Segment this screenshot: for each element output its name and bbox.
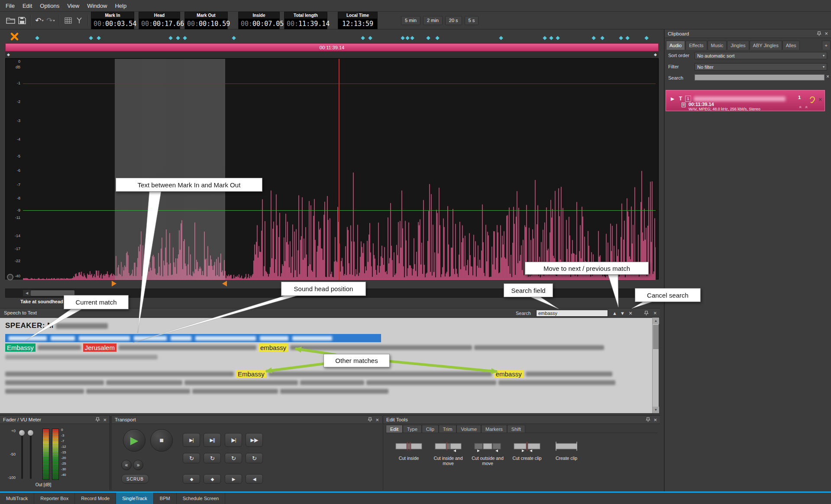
undo-button[interactable]: ↶▾ [34, 14, 45, 26]
timeline-marker-icon[interactable]: ◆ [600, 35, 604, 40]
play-to-end-button[interactable]: ▶| [183, 433, 200, 447]
timeline-bar[interactable]: 00:11:39.14 [5, 43, 659, 51]
zoom-5min-button[interactable]: 5 min [401, 16, 420, 25]
menu-file[interactable]: File [2, 1, 19, 11]
close-panel-button[interactable]: × [653, 417, 657, 423]
tab-music[interactable]: Music [708, 41, 727, 50]
mark-in-out-selection[interactable] [115, 59, 225, 280]
timeline-marker-icon[interactable]: ◆ [619, 35, 623, 40]
tab-reporter-box[interactable]: Reporter Box [34, 493, 75, 504]
tab-markers[interactable]: Markers [481, 425, 507, 433]
tab-clip[interactable]: Clip [422, 425, 439, 433]
zoom-20s-button[interactable]: 20 s [445, 16, 462, 25]
menu-help[interactable]: Help [111, 1, 130, 11]
entry-close-button[interactable]: × [818, 96, 822, 103]
timeline-marker-icon[interactable]: ◆ [183, 35, 187, 40]
menu-window[interactable]: Window [83, 1, 111, 11]
tools-button[interactable] [74, 14, 85, 26]
speech-search-input[interactable] [536, 310, 608, 317]
loop-button-4[interactable]: ↻ [246, 453, 263, 463]
loop-button-3[interactable]: ↻ [225, 453, 242, 463]
tab-aby-jingles[interactable]: ABY Jingles [750, 41, 782, 50]
timeline-marker-icon[interactable]: ◆ [549, 35, 553, 40]
previous-match-button[interactable]: ▲ [612, 311, 617, 316]
menu-edit[interactable]: Edit [19, 1, 36, 11]
entry-play-button[interactable]: ▶ [671, 96, 674, 102]
cut-inside-button[interactable]: Cut inside [390, 440, 427, 466]
soundhead-playhead[interactable] [339, 59, 340, 280]
filter-dropdown[interactable]: No filter▾ [695, 63, 827, 71]
mixer-button[interactable] [62, 14, 74, 26]
pin-icon[interactable] [95, 417, 100, 422]
waveform-corner-button[interactable] [7, 274, 13, 280]
tab-effects[interactable]: Effects [685, 41, 707, 50]
open-file-button[interactable] [5, 14, 16, 26]
prelisten-ear-icon[interactable] [809, 96, 816, 104]
collapse-chevron-icon[interactable]: « [798, 106, 803, 109]
timeline-marker-icon[interactable]: ◆ [168, 35, 172, 40]
create-clip-button[interactable]: Create clip [548, 440, 585, 466]
timecode-head[interactable]: Head 00:00:17.66 [139, 12, 180, 29]
save-button[interactable] [16, 14, 28, 26]
current-match-word[interactable]: Embassy [5, 343, 36, 352]
cut-create-clip-button[interactable]: Cut create clip [508, 440, 546, 466]
timecode-total-length[interactable]: Total length 00:11:39.14 [284, 12, 327, 29]
orange-marker-icon[interactable] [10, 32, 19, 41]
pin-icon[interactable] [817, 31, 821, 36]
clipboard-audio-entry[interactable]: ▶ T 1 1 00:11:39.14 WAV, MPEG; 48.0 kHz,… [666, 90, 825, 111]
close-panel-button[interactable]: × [653, 310, 657, 316]
soundhead-text-line[interactable] [5, 334, 381, 342]
menu-options[interactable]: Options [36, 1, 63, 11]
cut-outside-move-button[interactable]: Cut outside and move [469, 440, 506, 466]
zoom-2min-button[interactable]: 2 min [423, 16, 443, 25]
cancel-search-button[interactable]: × [629, 310, 632, 317]
entity-match-word[interactable]: Jerusalem [83, 343, 116, 352]
scrollbar-thumb[interactable] [653, 325, 659, 349]
skip-forward-button[interactable]: » [133, 460, 143, 470]
pin-icon[interactable] [646, 417, 650, 422]
loop-button-1[interactable]: ↻ [183, 453, 200, 463]
tab-schedule-screen[interactable]: Schedule Screen [177, 493, 226, 504]
close-panel-button[interactable]: × [825, 31, 828, 36]
timeline-marker-icon[interactable]: ◆ [368, 35, 372, 40]
timeline-marker-icon[interactable]: ◆ [232, 35, 236, 40]
timeline-marker-icon[interactable]: ◆ [401, 35, 404, 40]
tab-multitrack[interactable]: MultiTrack [0, 493, 34, 504]
fader-track-left[interactable] [21, 430, 23, 479]
menu-view[interactable]: View [63, 1, 83, 11]
skip-back-button[interactable]: « [121, 460, 132, 470]
close-panel-button[interactable]: × [375, 417, 379, 423]
waveform-display[interactable]: 0 dB -1 -2 -3 -4 -5 -6 -7 -8 -9 -11 -14 … [5, 58, 659, 279]
stop-button[interactable]: ■ [150, 429, 173, 452]
transcript-scrollbar[interactable]: ▲ ▼ [652, 318, 659, 413]
marker-add-button[interactable]: ◆ [183, 474, 200, 484]
timeline-marker-icon[interactable]: ◆ [499, 35, 503, 40]
timeline-marker-icon[interactable]: ◆ [410, 35, 414, 40]
scroll-edge-diamond-icon[interactable]: ◆ [654, 52, 657, 57]
timecode-inside[interactable]: Inside 00:00:07.05 [238, 12, 280, 29]
timeline-marker-icon[interactable]: ◆ [97, 35, 100, 40]
scrub-button[interactable]: SCRUB [121, 474, 149, 484]
cut-inside-move-button[interactable]: Cut inside and move [430, 440, 467, 466]
marker-next-button[interactable]: ▶ [225, 474, 242, 484]
other-match-word-3[interactable]: embassy [494, 370, 524, 378]
mark-out-handle[interactable] [222, 281, 227, 286]
play-next-button[interactable]: ▶|▶ [246, 433, 263, 447]
play-frame-button[interactable]: |▶| [225, 433, 242, 447]
tab-trim[interactable]: Trim [439, 425, 457, 433]
tab-shift[interactable]: Shift [507, 425, 525, 433]
timeline-marker-icon[interactable]: ◆ [556, 35, 559, 40]
timeline-marker-icon[interactable]: ◆ [176, 35, 180, 40]
pin-icon[interactable] [368, 417, 372, 422]
scroll-edge-diamond-icon[interactable]: ◆ [7, 52, 10, 57]
timeline-marker-strip[interactable]: ◆◆◆◆◆◆◆◆◆◆◆◆◆◆◆◆◆◆◆◆◆◆◆ [5, 32, 659, 42]
collapse-chevron-icon[interactable]: « [804, 106, 809, 109]
timecode-mark-out[interactable]: Mark Out 00:00:10.59 [184, 12, 228, 29]
scroll-left-button[interactable]: ◀ [23, 290, 31, 296]
timeline-marker-icon[interactable]: ◆ [361, 35, 365, 40]
tab-jingles[interactable]: Jingles [727, 41, 749, 50]
next-match-button[interactable]: ▼ [620, 311, 625, 316]
scroll-down-button[interactable]: ▼ [653, 407, 659, 413]
tab-type[interactable]: Type [403, 425, 422, 433]
marker-remove-button[interactable]: ◆ [204, 474, 221, 484]
